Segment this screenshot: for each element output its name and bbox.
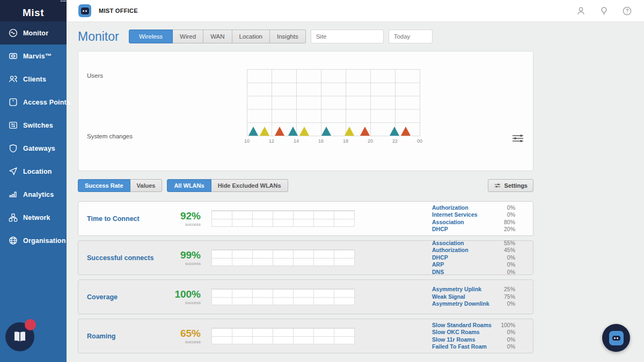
lightbulb-icon[interactable] [599,6,609,16]
classifier-link[interactable]: Association [432,240,464,247]
sidebar-item-gateways[interactable]: Gateways [0,137,67,160]
classifier-link[interactable]: DHCP [432,226,448,233]
sidebar-item-location[interactable]: Location [0,160,67,183]
classifier-link[interactable]: DHCP [432,254,448,262]
sidebar-item-monitor[interactable]: Monitor [0,21,67,45]
classifier-link[interactable]: ARP [432,261,444,269]
mist-logo-dots-icon [60,0,69,2]
classifier-value: 75% [504,293,515,301]
chart-filter-icon[interactable] [510,132,525,145]
classifier-value: 0% [507,269,515,276]
classifier-link[interactable]: Slow Standard Roams [432,322,492,329]
documentation-button[interactable] [5,322,34,351]
sidebar-item-analytics[interactable]: Analytics [0,183,67,206]
sidebar-item-label: Gateways [23,145,55,152]
toggle-success-rate[interactable]: Success Rate [78,179,130,192]
system-change-marker[interactable] [390,127,399,136]
sidebar-item-marvis[interactable]: Marvis™ [0,45,67,68]
sle-score-value: 65% [162,328,201,338]
tab-insights[interactable]: Insights [270,29,306,43]
classifier-row: Weak Signal75% [432,293,515,301]
classifier-link[interactable]: Authorization [432,204,469,212]
system-change-marker[interactable] [345,127,354,136]
time-range-input[interactable] [389,29,433,43]
system-change-marker[interactable] [248,127,258,136]
sle-title-link[interactable]: Time to Connect [87,215,162,223]
x-tick: 14 [294,138,299,144]
tab-location[interactable]: Location [232,29,270,43]
wlan-toggle-group: All WLANsHide Excluded WLANs [167,179,288,192]
system-change-marker[interactable] [288,127,298,136]
sidebar-item-network[interactable]: Network [0,206,67,229]
classifier-value: 80% [504,219,515,226]
classifier-value: 0% [507,261,515,269]
sle-score-unit: success [162,339,201,344]
classifier-value: 45% [504,247,515,254]
sle-title-link[interactable]: Roaming [87,333,162,340]
classifier-link[interactable]: Asymmetry Uplink [432,286,481,293]
classifier-link[interactable]: Asymmetry Downlink [432,300,489,308]
x-tick: 10 [244,138,250,144]
insights-chart-panel: Users System changes 1012141618202200 [78,51,533,171]
org-switcher[interactable]: MIST OFFICE [78,4,138,17]
sidebar-item-label: Switches [23,122,53,129]
marvis-icon [8,51,18,62]
sle-card-roaming: Roaming65%successSlow Standard Roams100%… [78,319,533,353]
classifier-link[interactable]: Association [432,219,464,226]
classifier-link[interactable]: Failed To Fast Roam [432,343,487,351]
help-icon[interactable] [622,6,632,16]
top-bar: MIST OFFICE [67,0,644,22]
classifier-link[interactable]: DNS [432,269,444,276]
classifier-link[interactable]: Slow 11r Roams [432,336,475,344]
clients-icon [8,74,18,85]
classifier-link[interactable]: Internet Services [432,211,478,219]
sidebar-item-switches[interactable]: Switches [0,114,67,137]
sidebar-nav: MonitorMarvis™ClientsAccess PointsSwitch… [0,21,67,252]
classifier-link[interactable]: Authorization [432,247,469,254]
monitor-icon [8,28,18,39]
classifier-row: Association55% [432,240,515,247]
classifier-link[interactable]: Slow OKC Roams [432,329,480,336]
classifier-value: 0% [507,336,515,344]
tab-wired[interactable]: Wired [173,29,203,43]
settings-button[interactable]: Settings [488,179,533,192]
classifier-value: 0% [507,254,515,262]
tab-wan[interactable]: WAN [203,29,232,43]
switches-icon [8,120,18,131]
users-row-label: Users [87,72,103,79]
classifier-list: Slow Standard Roams100%Slow OKC Roams0%S… [432,322,515,351]
sidebar-item-label: Network [23,214,50,221]
x-tick: 18 [343,138,348,144]
system-change-marker[interactable] [275,127,284,136]
toggle-hide-excluded-wlans[interactable]: Hide Excluded WLANs [211,179,288,192]
sle-score-value: 92% [162,211,201,221]
sidebar-item-access-points[interactable]: Access Points [0,91,67,114]
classifier-row: DHCP20% [432,226,515,233]
tab-wireless[interactable]: Wireless [129,29,173,43]
system-change-marker[interactable] [260,127,269,136]
chart-x-axis: 1012141618202200 [247,138,420,145]
x-tick: 16 [318,138,324,144]
user-icon[interactable] [576,6,586,16]
system-change-marker[interactable] [321,127,331,136]
system-change-marker[interactable] [299,127,309,136]
sle-timeline-grid [211,249,355,266]
system-change-marker[interactable] [401,127,411,136]
x-tick: 00 [417,138,422,144]
analytics-icon [8,189,18,200]
marvis-chat-button[interactable] [602,324,630,352]
sidebar-item-label: Location [23,168,52,175]
classifier-value: 0% [507,204,515,212]
sidebar-item-organisation[interactable]: Organisation [0,229,67,252]
toggle-values[interactable]: Values [130,179,163,192]
sidebar-item-clients[interactable]: Clients [0,68,67,91]
gateways-icon [8,143,18,154]
site-input[interactable] [311,29,384,43]
sle-title-link[interactable]: Successful connects [87,254,162,262]
sle-title-link[interactable]: Coverage [87,293,162,301]
sidebar-item-label: Access Points [23,99,70,106]
system-change-marker[interactable] [360,127,370,136]
classifier-link[interactable]: Weak Signal [432,293,465,301]
classifier-value: 25% [504,286,515,293]
toggle-all-wlans[interactable]: All WLANs [167,179,211,192]
